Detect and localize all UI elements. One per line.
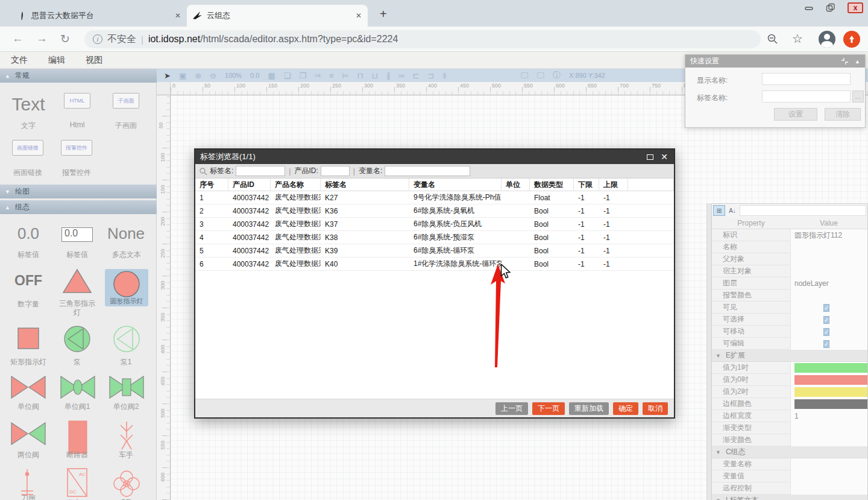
panel-collapse-icon[interactable]: ▲ <box>855 59 860 65</box>
bookmark-star-icon[interactable]: ☆ <box>792 31 803 46</box>
color-swatch-green[interactable] <box>794 363 867 373</box>
table-row[interactable]: 1400037442废气处理数据采K279号化学洗涤除臭系统-Ph值Float-… <box>195 191 674 204</box>
palette-item-circle-light-selected[interactable]: 圆形指示灯 <box>105 269 148 306</box>
property-row[interactable]: 名称 <box>712 241 867 253</box>
col-low[interactable]: 下限 <box>574 179 599 191</box>
color-swatch-gray[interactable] <box>794 399 867 409</box>
table-row[interactable]: 2400037442废气处理数据采K366#除臭系统-臭氧机Bool-1-1 <box>195 204 674 218</box>
checkbox-checked-icon[interactable]: ✓ <box>823 340 829 348</box>
property-row[interactable]: 值为2时 <box>712 386 867 398</box>
palette-item-subscreen-icon[interactable]: 子画面 <box>113 93 139 109</box>
property-row[interactable]: 变量值 <box>712 470 867 483</box>
copy-icon[interactable]: ❏ <box>284 71 291 80</box>
col-pname[interactable]: 产品名称 <box>271 179 321 191</box>
checkbox-checked-icon[interactable]: ✓ <box>823 316 829 324</box>
col-high[interactable]: 上限 <box>599 179 628 191</box>
distribute-h-icon[interactable]: ∥ <box>386 71 391 80</box>
quick-settings-header[interactable]: 快速设置 ▲ <box>685 55 865 68</box>
palette-item-inverter-icon[interactable]: ACDC <box>67 468 87 497</box>
palette-item-breaker-icon[interactable] <box>68 420 87 454</box>
section-general[interactable]: ▲ 常规 <box>0 69 157 83</box>
restore-icon[interactable] <box>826 3 835 13</box>
reload-icon[interactable]: ↻ <box>60 32 70 46</box>
table-row[interactable]: 5400037442废气处理数据采K396#除臭系统-循环泵Bool-1-1 <box>195 244 674 258</box>
palette-item-text-icon[interactable]: Text <box>8 94 48 115</box>
align-left-icon[interactable]: ⫤ <box>315 71 321 80</box>
cancel-button[interactable]: 取消 <box>643 402 668 415</box>
search-tag-input[interactable] <box>236 166 285 176</box>
align-right-icon[interactable]: ⊨ <box>342 71 348 80</box>
tag-picker-button[interactable]: ... <box>852 90 864 103</box>
tab2-close-icon[interactable]: ✕ <box>356 11 362 20</box>
property-row[interactable]: 值为0时 <box>712 374 867 386</box>
zoom-in-icon[interactable]: ⊕ <box>195 71 201 80</box>
color-swatch-yellow[interactable] <box>794 387 867 397</box>
align-top-icon[interactable]: ⊓ <box>357 71 363 80</box>
dock-icon[interactable] <box>841 57 849 65</box>
palette-item-digital-icon[interactable]: OFF <box>8 273 48 289</box>
menu-file[interactable]: 文件 <box>11 55 28 66</box>
palette-item-alarm-icon[interactable]: 报警控件 <box>61 140 92 156</box>
categorize-view-icon[interactable]: ⊞ <box>713 205 725 216</box>
distribute-v-icon[interactable]: ═ <box>399 71 404 80</box>
col-tag[interactable]: 标签名 <box>321 179 409 191</box>
palette-item-screenlink-icon[interactable]: 画面链接 <box>12 140 43 156</box>
minimize-icon[interactable] <box>804 3 814 13</box>
table-row[interactable]: 6400037442废气处理数据采K401#化学洗涤除臭系统-循环泵Bool-1… <box>195 258 674 271</box>
set-button[interactable]: 设置 <box>774 108 817 121</box>
next-page-button[interactable]: 下一页 <box>532 402 565 415</box>
dialog-titlebar[interactable]: 标签浏览器(1/1) ✕ <box>195 150 674 164</box>
address-bar[interactable]: i 不安全 | iot.idosp.net/html/scada/editor.… <box>84 30 761 48</box>
forward-icon[interactable]: → <box>36 32 48 45</box>
profile-avatar-icon[interactable] <box>819 31 835 48</box>
col-seq[interactable]: 序号 <box>195 179 228 191</box>
col-dtype[interactable]: 数据类型 <box>530 179 574 191</box>
dialog-maximize-icon[interactable] <box>647 154 653 160</box>
property-row[interactable]: 值为1时 <box>712 362 867 374</box>
back-icon[interactable]: ← <box>12 32 24 45</box>
browser-tab-2-active[interactable]: 云组态 ✕ <box>187 5 368 27</box>
tag-name-input[interactable] <box>762 90 851 103</box>
color-swatch-red[interactable] <box>794 375 867 385</box>
col-var[interactable]: 变量名 <box>409 179 502 191</box>
property-row[interactable]: 宿主对象 <box>712 265 867 277</box>
page-info-icon[interactable]: i <box>93 34 102 44</box>
palette-item-pump-icon[interactable] <box>63 325 91 353</box>
search-pid-input[interactable] <box>321 166 350 176</box>
col-unit[interactable]: 单位 <box>502 179 530 191</box>
col-pid[interactable]: 产品ID <box>228 179 271 191</box>
pointer-tool-icon[interactable]: ➤ <box>164 71 171 80</box>
palette-item-twoway-valve-icon[interactable] <box>10 422 46 446</box>
checkbox-checked-icon[interactable]: ✓ <box>823 304 829 312</box>
palette-item-valve-icon[interactable] <box>10 375 46 399</box>
property-row[interactable]: 可编辑✓ <box>712 338 867 350</box>
property-row[interactable]: 可选择✓ <box>712 314 867 326</box>
palette-item-valve1-icon[interactable] <box>60 375 96 399</box>
prev-page-button[interactable]: 上一页 <box>495 402 528 415</box>
tab1-close-icon[interactable]: ✕ <box>175 11 181 20</box>
section-scada[interactable]: ▲ 组态 <box>0 200 157 214</box>
palette-item-html-icon[interactable]: HTML <box>64 93 90 109</box>
property-row[interactable]: 渐变类型 <box>712 422 867 434</box>
property-row[interactable]: 报警颜色 <box>712 290 867 302</box>
property-filter-input[interactable] <box>740 205 866 216</box>
property-row[interactable]: 变量名称 <box>712 458 867 470</box>
property-group-row[interactable]: ▼E扩展 <box>712 350 867 362</box>
property-group-row[interactable]: ▼C组态 <box>712 446 867 458</box>
browser-tab-1[interactable]: 思普云大数据平台 ✕ <box>12 5 187 27</box>
property-row[interactable]: 可见✓ <box>712 302 867 314</box>
palette-item-pump1-icon[interactable] <box>113 325 140 353</box>
table-row[interactable]: 3400037442废气处理数据采K376#除臭系统-负压风机Bool-1-1 <box>195 218 674 231</box>
align-middle-icon[interactable]: ⊔ <box>372 71 378 80</box>
dialog-close-icon[interactable]: ✕ <box>661 152 668 162</box>
close-button-annotated[interactable]: x <box>848 2 863 13</box>
reload-button[interactable]: 重新加载 <box>569 402 609 415</box>
pause-icon[interactable]: ‖ <box>443 71 446 80</box>
palette-item-handle-icon[interactable] <box>116 420 137 452</box>
zoom-out-icon[interactable] <box>767 33 779 45</box>
property-row[interactable]: 边框颜色 <box>712 398 867 410</box>
palette-item-tagvalue-boxed-icon[interactable]: 0.0 <box>61 227 93 242</box>
browser-brand-icon[interactable] <box>843 31 860 48</box>
palette-item-valve2-icon[interactable] <box>108 375 145 399</box>
table-row[interactable]: 4400037442废气处理数据采K386#除臭系统-预湿泵Bool-1-1 <box>195 231 674 244</box>
